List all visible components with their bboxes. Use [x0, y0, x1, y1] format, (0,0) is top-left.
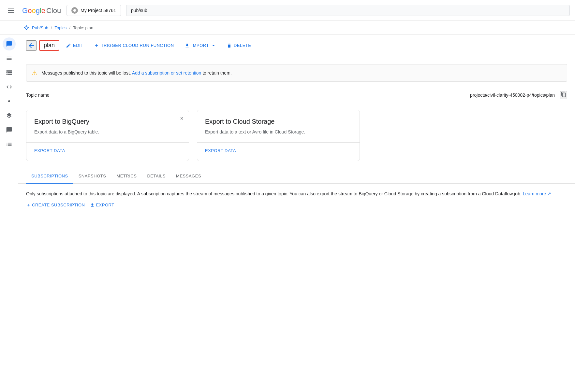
sidebar-item-messages[interactable]	[3, 37, 16, 50]
pubsub-icon	[23, 25, 29, 31]
tab-details[interactable]: DETAILS	[142, 169, 171, 184]
warning-suffix: to retain them.	[202, 70, 232, 76]
tab-snapshots[interactable]: SNAPSHOTS	[73, 169, 111, 184]
import-icon	[184, 43, 190, 48]
breadcrumb-pubsub[interactable]: Pub/Sub	[32, 25, 48, 30]
chat-icon	[6, 41, 12, 47]
breadcrumb-topics[interactable]: Topics	[55, 25, 67, 30]
menu-list-icon	[6, 141, 12, 147]
hamburger-menu[interactable]	[5, 5, 17, 16]
tabs-bar: SUBSCRIPTIONS SNAPSHOTS METRICS DETAILS …	[18, 169, 575, 184]
subscriptions-description: Only subscriptions attached to this topi…	[26, 190, 567, 197]
content-area: plan EDIT TRIGGER CLOUD RUN FUNCTION IMP…	[18, 35, 575, 390]
copy-icon	[561, 91, 567, 97]
sidebar-item-layers[interactable]	[3, 109, 16, 122]
plus-icon	[94, 43, 99, 48]
export-sub-icon	[90, 203, 95, 207]
project-dot	[71, 7, 78, 14]
storage-icon	[6, 69, 12, 76]
bigquery-card-desc: Export data to a BigQuery table.	[34, 129, 181, 134]
export-bigquery-button[interactable]: EXPORT DATA	[34, 148, 65, 153]
warning-link[interactable]: Add a subscription or set retention	[132, 70, 201, 76]
tab-messages[interactable]: MESSAGES	[171, 169, 206, 184]
create-subscription-icon	[26, 203, 31, 207]
delete-label: DELETE	[234, 43, 251, 48]
export-subscription-button[interactable]: EXPORT	[90, 203, 114, 207]
warning-text-container: Messages published to this topic will be…	[41, 70, 232, 76]
back-button[interactable]	[26, 40, 37, 51]
close-bigquery-card-button[interactable]: ×	[180, 115, 184, 122]
sidebar	[0, 35, 18, 390]
warning-text: Messages published to this topic will be…	[41, 70, 131, 76]
search-input[interactable]	[126, 5, 570, 16]
delete-button[interactable]: DELETE	[223, 40, 255, 51]
topic-name-section: Topic name projects/civil-clarity-450002…	[18, 82, 575, 107]
create-subscription-label: CREATE SUBSCRIPTION	[32, 203, 85, 207]
export-cloudstorage-button[interactable]: EXPORT DATA	[205, 148, 236, 153]
create-subscription-button[interactable]: CREATE SUBSCRIPTION	[26, 203, 85, 207]
dot-icon	[8, 100, 10, 102]
google-logo-svg: Google Cloud	[22, 4, 61, 17]
breadcrumb-sep2: /	[69, 25, 70, 30]
bigquery-card-title: Export to BigQuery	[34, 118, 181, 125]
breadcrumb-sep1: /	[51, 25, 52, 30]
action-bar: plan EDIT TRIGGER CLOUD RUN FUNCTION IMP…	[18, 35, 575, 56]
cloudstorage-card-title: Export to Cloud Storage	[205, 118, 352, 125]
top-bar: Google Cloud My Project 58761	[0, 0, 575, 21]
export-bigquery-card: × Export to BigQuery Export data to a Bi…	[26, 110, 189, 161]
main-layout: plan EDIT TRIGGER CLOUD RUN FUNCTION IMP…	[0, 35, 575, 390]
warning-banner: ⚠ Messages published to this topic will …	[26, 64, 567, 82]
code-icon	[6, 84, 12, 90]
sidebar-item-chat[interactable]	[3, 123, 16, 136]
svg-line-9	[26, 28, 28, 29]
import-label: IMPORT	[192, 43, 209, 48]
svg-text:Google: Google	[22, 7, 45, 15]
topic-name-value: projects/civil-clarity-450002-p4/topics/…	[70, 92, 555, 98]
card-divider-cloudstorage	[197, 142, 360, 143]
warning-icon: ⚠	[32, 69, 37, 77]
edit-icon	[66, 43, 71, 48]
sidebar-item-code[interactable]	[3, 80, 16, 93]
edit-label: EDIT	[73, 43, 83, 48]
svg-line-6	[25, 26, 26, 28]
layers-icon	[6, 112, 12, 119]
import-button[interactable]: IMPORT	[181, 40, 220, 51]
subscription-actions: CREATE SUBSCRIPTION EXPORT	[26, 203, 567, 207]
project-selector[interactable]: My Project 58761	[66, 5, 121, 16]
svg-line-7	[26, 26, 28, 28]
card-divider-bigquery	[26, 142, 189, 143]
learn-more-link[interactable]: Learn more ↗	[523, 191, 551, 196]
sidebar-item-menu-list[interactable]	[3, 138, 16, 151]
sidebar-item-storage[interactable]	[3, 66, 16, 79]
edit-button[interactable]: EDIT	[62, 40, 87, 51]
project-name: My Project 58761	[81, 8, 116, 13]
sidebar-item-list[interactable]	[3, 52, 16, 65]
import-dropdown-icon	[211, 43, 216, 48]
cloudstorage-card-desc: Export data to a text or Avro file in Cl…	[205, 129, 352, 134]
google-cloud-logo: Google Cloud	[22, 4, 61, 17]
copy-button[interactable]	[560, 91, 567, 99]
topic-name-label: Topic name	[26, 92, 65, 98]
page-title: plan	[39, 40, 59, 51]
tab-subscriptions[interactable]: SUBSCRIPTIONS	[26, 169, 73, 184]
sidebar-item-dot[interactable]	[3, 95, 16, 108]
export-cards: × Export to BigQuery Export data to a Bi…	[26, 110, 567, 161]
svg-line-8	[25, 28, 26, 29]
tab-metrics[interactable]: METRICS	[111, 169, 142, 184]
trigger-button[interactable]: TRIGGER CLOUD RUN FUNCTION	[90, 40, 178, 51]
message-icon	[6, 127, 12, 133]
export-subscription-label: EXPORT	[96, 203, 114, 207]
breadcrumb: Pub/Sub / Topics / Topic: plan	[0, 21, 575, 35]
back-arrow-icon	[27, 42, 35, 49]
list-icon	[6, 55, 12, 62]
svg-text:Cloud: Cloud	[46, 7, 61, 15]
delete-icon	[227, 43, 232, 48]
export-cloudstorage-card: Export to Cloud Storage Export data to a…	[197, 110, 360, 161]
trigger-label: TRIGGER CLOUD RUN FUNCTION	[101, 43, 174, 48]
breadcrumb-topic: Topic: plan	[73, 25, 93, 30]
subscriptions-content: Only subscriptions attached to this topi…	[18, 184, 575, 214]
